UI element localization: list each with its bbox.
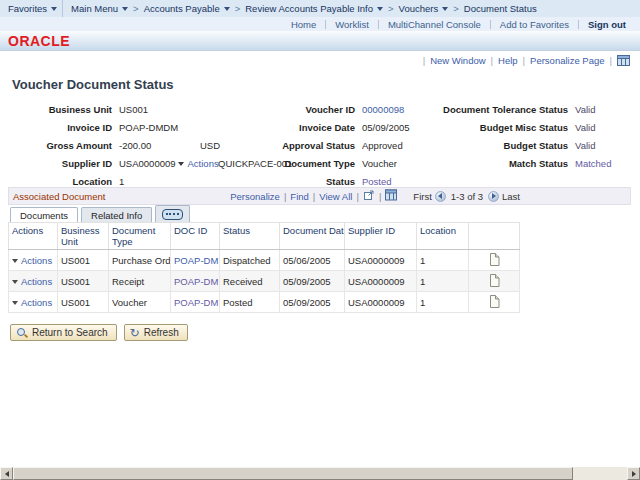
column-header-document-date: Document Date bbox=[280, 223, 345, 250]
zoom-grid-icon[interactable] bbox=[363, 189, 375, 203]
new-window-link[interactable]: New Window bbox=[418, 55, 486, 66]
budget-misc-status-value: Valid bbox=[575, 119, 595, 137]
cell-location: 1 bbox=[417, 292, 469, 313]
multichannel-console-link[interactable]: MultiChannel Console bbox=[388, 19, 481, 30]
row-actions-dropdown-icon[interactable] bbox=[12, 301, 18, 305]
personalize-link[interactable]: Personalize bbox=[230, 191, 280, 202]
cell-document-date: 05/06/2005 bbox=[280, 250, 345, 271]
breadcrumb-divider bbox=[62, 0, 63, 17]
budget-misc-status-label: Budget Misc Status bbox=[430, 119, 568, 137]
business-unit-label: Business Unit bbox=[0, 101, 112, 119]
favorites-menu[interactable]: Favorites bbox=[8, 3, 57, 14]
breadcrumb-separator bbox=[133, 3, 139, 14]
gross-amount-label: Gross Amount bbox=[0, 137, 112, 155]
document-icon[interactable] bbox=[489, 278, 500, 289]
table-row: Actions US001 Purchase Order POAP-DM Dis… bbox=[9, 250, 520, 271]
cell-document-date: 05/09/2005 bbox=[280, 271, 345, 292]
supplier-actions-link[interactable]: Actions bbox=[188, 155, 219, 173]
tab-related-info[interactable]: Related Info bbox=[81, 207, 152, 222]
invoice-id-value: POAP-DMDM bbox=[119, 119, 178, 137]
document-icon[interactable] bbox=[489, 299, 500, 310]
scroll-right-button[interactable] bbox=[627, 467, 640, 480]
match-status-link[interactable]: Matched bbox=[575, 155, 611, 173]
associated-document-groupbox: Associated Document Personalize Find Vie… bbox=[8, 187, 631, 313]
breadcrumb-bar: Favorites Main Menu Accounts Payable Rev… bbox=[0, 0, 640, 18]
main-menu[interactable]: Main Menu bbox=[71, 3, 128, 14]
breadcrumb-separator bbox=[453, 3, 459, 14]
match-status-label: Match Status bbox=[430, 155, 568, 173]
column-header-document-type: Document Type bbox=[109, 223, 171, 250]
portal-links-bar: Home Worklist MultiChannel Console Add t… bbox=[0, 17, 640, 31]
tab-documents[interactable]: Documents bbox=[10, 207, 78, 222]
document-icon[interactable] bbox=[489, 257, 500, 268]
download-grid-icon[interactable] bbox=[385, 189, 397, 203]
sign-out-link[interactable]: Sign out bbox=[588, 19, 626, 30]
cell-location: 1 bbox=[417, 250, 469, 271]
column-header-blank bbox=[469, 223, 520, 250]
find-link[interactable]: Find bbox=[290, 191, 308, 202]
show-all-columns-icon bbox=[162, 209, 183, 220]
portal-link-separator bbox=[578, 20, 579, 29]
budget-status-label: Budget Status bbox=[430, 137, 568, 155]
column-header-supplier-id: Supplier ID bbox=[345, 223, 417, 250]
voucher-id-label: Voucher ID bbox=[240, 101, 355, 119]
chevron-down-icon bbox=[224, 7, 230, 11]
cell-document-type: Purchase Order bbox=[109, 250, 171, 271]
portal-link-separator bbox=[490, 20, 491, 29]
column-header-status: Status bbox=[220, 223, 280, 250]
page-title: Voucher Document Status bbox=[12, 77, 174, 92]
row-actions-link[interactable]: Actions bbox=[21, 255, 52, 266]
row-actions-link[interactable]: Actions bbox=[21, 297, 52, 308]
home-link[interactable]: Home bbox=[291, 19, 316, 30]
breadcrumb-item-review-ap-info[interactable]: Review Accounts Payable Info bbox=[245, 3, 383, 14]
breadcrumb-separator bbox=[235, 3, 241, 14]
chevron-down-icon bbox=[377, 7, 383, 11]
return-to-search-icon bbox=[16, 327, 28, 339]
grid-toolbar: Personalize Find View All bbox=[230, 188, 520, 204]
scrollbar-thumb[interactable] bbox=[13, 467, 573, 480]
previous-page-button[interactable] bbox=[435, 191, 446, 202]
invoice-id-label: Invoice ID bbox=[0, 119, 112, 137]
refresh-button[interactable]: ↻ Refresh bbox=[124, 324, 188, 341]
row-actions-link[interactable]: Actions bbox=[21, 276, 52, 287]
breadcrumb-item-accounts-payable[interactable]: Accounts Payable bbox=[144, 3, 230, 14]
cell-document-type: Voucher bbox=[109, 292, 171, 313]
row-actions-dropdown-icon[interactable] bbox=[12, 280, 18, 284]
chevron-down-icon bbox=[51, 7, 57, 11]
invoice-date-value: 05/09/2005 bbox=[362, 119, 410, 137]
document-tolerance-status-value: Valid bbox=[575, 101, 595, 119]
document-type-value: Voucher bbox=[362, 155, 397, 173]
cell-supplier-id: USA0000009 bbox=[345, 250, 417, 271]
voucher-id-link[interactable]: 00000098 bbox=[362, 101, 404, 119]
next-page-button[interactable] bbox=[488, 191, 499, 202]
doc-id-link[interactable]: POAP-DM bbox=[174, 255, 218, 266]
column-header-actions: Actions bbox=[9, 223, 58, 250]
view-all-link[interactable]: View All bbox=[319, 191, 352, 202]
actions-dropdown-icon[interactable] bbox=[178, 162, 184, 166]
return-to-search-button[interactable]: Return to Search bbox=[10, 324, 117, 341]
application-window: Favorites Main Menu Accounts Payable Rev… bbox=[0, 0, 640, 480]
add-to-favorites-link[interactable]: Add to Favorites bbox=[500, 19, 569, 30]
document-tolerance-status-label: Document Tolerance Status bbox=[430, 101, 568, 119]
help-link[interactable]: Help bbox=[486, 55, 518, 66]
pagination-range: 1-3 of 3 bbox=[451, 191, 483, 202]
row-actions-dropdown-icon[interactable] bbox=[12, 259, 18, 263]
table-row: Actions US001 Receipt POAP-DM Received 0… bbox=[9, 271, 520, 292]
doc-id-link[interactable]: POAP-DM bbox=[174, 276, 218, 287]
show-all-columns-tab[interactable] bbox=[155, 205, 190, 222]
scroll-left-button[interactable] bbox=[0, 467, 13, 480]
pagination-first-label: First bbox=[413, 191, 431, 202]
document-type-label: Document Type bbox=[240, 155, 355, 173]
personalize-layout-icon[interactable] bbox=[605, 55, 630, 66]
supplier-id-label: Supplier ID bbox=[0, 155, 112, 173]
cell-document-type: Receipt bbox=[109, 271, 171, 292]
refresh-icon: ↻ bbox=[130, 328, 140, 338]
cell-supplier-id: USA0000009 bbox=[345, 292, 417, 313]
portal-link-separator bbox=[378, 20, 379, 29]
personalize-page-link[interactable]: Personalize Page bbox=[518, 55, 605, 66]
doc-id-link[interactable]: POAP-DM bbox=[174, 297, 218, 308]
breadcrumb-item-vouchers[interactable]: Vouchers bbox=[399, 3, 449, 14]
pagination-last-label: Last bbox=[502, 191, 520, 202]
horizontal-scrollbar[interactable] bbox=[0, 467, 640, 480]
worklist-link[interactable]: Worklist bbox=[335, 19, 369, 30]
